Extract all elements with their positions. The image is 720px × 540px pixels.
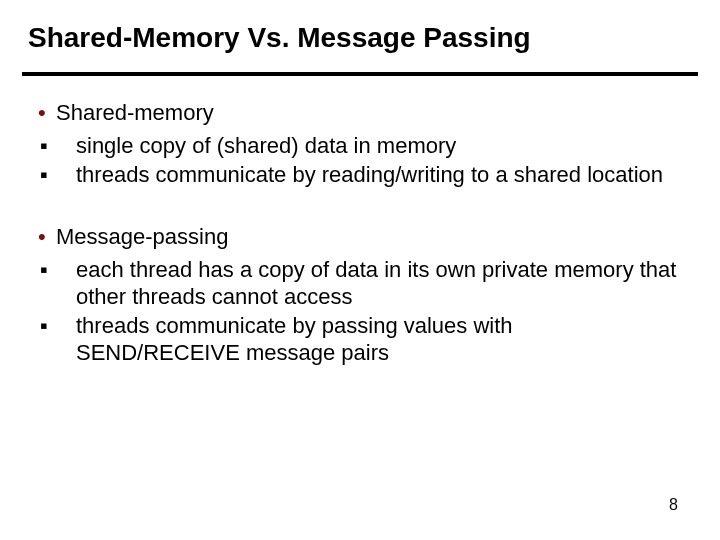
- bullet-dot-icon: •: [38, 100, 56, 127]
- bullet-level1: •Message-passing: [38, 224, 680, 251]
- bullet-text: Shared-memory: [56, 100, 214, 125]
- page-number: 8: [669, 496, 678, 514]
- slide: Shared-Memory Vs. Message Passing •Share…: [0, 0, 720, 540]
- bullet-square-icon: ▪: [58, 162, 76, 189]
- bullet-level2: ▪threads communicate by passing values w…: [38, 313, 680, 367]
- bullet-square-icon: ▪: [58, 133, 76, 160]
- bullet-square-icon: ▪: [58, 257, 76, 284]
- slide-content: •Shared-memory ▪single copy of (shared) …: [38, 100, 680, 369]
- bullet-level1: •Shared-memory: [38, 100, 680, 127]
- bullet-text: threads communicate by reading/writing t…: [76, 162, 663, 187]
- bullet-text: each thread has a copy of data in its ow…: [76, 257, 676, 309]
- bullet-text: threads communicate by passing values wi…: [76, 313, 513, 365]
- spacer: [38, 190, 680, 224]
- bullet-text: single copy of (shared) data in memory: [76, 133, 456, 158]
- bullet-square-icon: ▪: [58, 313, 76, 340]
- bullet-level2: ▪threads communicate by reading/writing …: [38, 162, 680, 189]
- title-divider: [22, 72, 698, 76]
- bullet-level2: ▪single copy of (shared) data in memory: [38, 133, 680, 160]
- bullet-level2: ▪each thread has a copy of data in its o…: [38, 257, 680, 311]
- bullet-text: Message-passing: [56, 224, 228, 249]
- bullet-dot-icon: •: [38, 224, 56, 251]
- slide-title: Shared-Memory Vs. Message Passing: [28, 22, 531, 54]
